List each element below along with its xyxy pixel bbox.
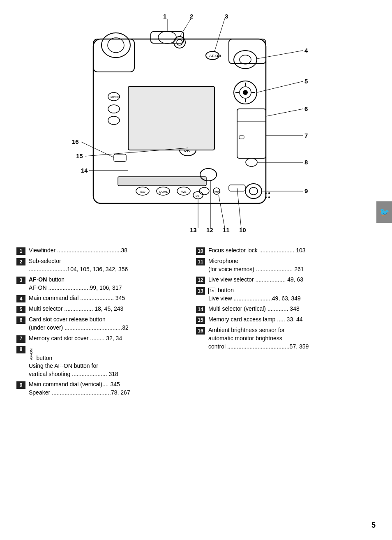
svg-text:9: 9	[304, 187, 308, 194]
part-number-10: 10	[196, 247, 205, 255]
part-text-3: AF-ON buttonAF-ON ......................…	[29, 276, 122, 292]
svg-point-43	[245, 184, 262, 198]
svg-point-42	[246, 158, 257, 166]
svg-rect-50	[114, 154, 126, 162]
svg-text:4: 4	[304, 47, 308, 54]
part-item-10: 10 Focus selector lock .................…	[196, 247, 376, 255]
page-container: 🐦	[0, 0, 392, 540]
svg-text:10: 10	[239, 226, 246, 233]
svg-point-3	[101, 33, 130, 58]
svg-text:QUAL: QUAL	[159, 190, 168, 194]
part-item-2: 2 Sub-selector........................10…	[16, 257, 196, 273]
svg-point-26	[108, 105, 120, 113]
right-col: 10 Focus selector lock .................…	[196, 247, 376, 399]
part-item-5: 5 Multi selector .................. 18, …	[16, 305, 196, 313]
part-item-11: 11 Microphone(for voice memos) .........…	[196, 257, 376, 273]
svg-text:ISO: ISO	[140, 190, 145, 194]
svg-text:8: 8	[304, 159, 308, 166]
part-text-9: Main command dial (vertical).... 345Spea…	[29, 381, 130, 397]
part-item-4: 4 Main command dial ....................…	[16, 294, 196, 302]
svg-line-83	[237, 188, 241, 228]
svg-point-11	[234, 51, 257, 69]
svg-point-6	[177, 39, 182, 45]
svg-line-62	[266, 109, 303, 116]
svg-text:16: 16	[72, 138, 79, 145]
part-item-14: 14 Multi selector (vertical) ...........…	[196, 305, 376, 313]
svg-point-45	[265, 192, 267, 194]
part-item-7: 7 Memory card slot cover ......... 32, 3…	[16, 335, 196, 343]
part-text-6: Card slot cover release button(under cov…	[29, 316, 129, 332]
camera-svg: AF-ON OK	[52, 14, 340, 236]
part-number-7: 7	[16, 335, 25, 343]
part-number-4: 4	[16, 295, 25, 302]
part-item-12: 12 Live view selector ..................…	[196, 276, 376, 284]
part-text-5: Multi selector .................. 18, 45…	[29, 305, 123, 313]
part-text-16: Ambient brightness sensor forautomatic m…	[208, 326, 309, 351]
svg-text:6: 6	[304, 105, 308, 112]
svg-point-47	[265, 196, 267, 198]
svg-line-54	[180, 18, 191, 37]
svg-rect-2	[229, 39, 266, 64]
part-item-1: 1 Viewfinder ...........................…	[16, 247, 196, 255]
svg-text:3: 3	[225, 14, 228, 20]
part-text-11: Microphone(for voice memos) ............…	[208, 257, 304, 273]
svg-text:7: 7	[304, 132, 308, 139]
part-number-6: 6	[16, 316, 25, 324]
svg-rect-7	[151, 32, 184, 43]
part-number-5: 5	[16, 306, 25, 313]
part-item-13: 13 Lv buttonLive view ..................…	[196, 286, 376, 302]
part-text-2: Sub-selector........................104,…	[29, 257, 128, 273]
svg-text:1: 1	[163, 14, 166, 20]
part-text-12: Live view selector ................... 4…	[208, 276, 303, 284]
page-number: 5	[371, 521, 376, 530]
svg-line-60	[257, 81, 303, 92]
part-item-15: 15 Memory card access lamp ..... 33, 44	[196, 316, 376, 324]
svg-text:AF-ON: AF-ON	[209, 54, 221, 58]
svg-rect-1	[93, 39, 134, 72]
part-number-2: 2	[16, 258, 25, 265]
svg-point-8	[158, 31, 176, 44]
part-text-1: Viewfinder .............................…	[29, 247, 127, 255]
part-text-13: Lv buttonLive view .....................…	[208, 286, 301, 302]
svg-text:15: 15	[76, 152, 83, 159]
svg-text:14: 14	[81, 167, 88, 174]
svg-rect-51	[239, 136, 244, 139]
svg-text:WB: WB	[181, 190, 187, 194]
svg-point-36	[200, 168, 217, 181]
part-item-16: 16 Ambient brightness sensor forautomati…	[196, 326, 376, 351]
svg-line-81	[219, 195, 225, 228]
part-text-7: Memory card slot cover ......... 32, 34	[29, 335, 122, 343]
svg-point-15	[243, 90, 248, 95]
part-text-4: Main command dial ..................... …	[29, 294, 125, 302]
part-text-15: Memory card access lamp ..... 33, 44	[208, 316, 303, 324]
diagram-area: AF-ON OK	[16, 8, 376, 242]
svg-point-12	[240, 55, 251, 64]
svg-point-48	[268, 196, 270, 198]
svg-text:12: 12	[206, 226, 213, 233]
svg-text:MIC: MIC	[214, 190, 221, 194]
svg-rect-35	[118, 177, 206, 186]
svg-text:MENU: MENU	[111, 95, 120, 99]
svg-rect-20	[237, 109, 266, 158]
svg-point-44	[249, 187, 258, 195]
part-number-1: 1	[16, 247, 25, 255]
part-number-13: 13	[196, 287, 205, 295]
part-item-9: 9 Main command dial (vertical).... 345Sp…	[16, 381, 196, 397]
svg-text:Lv: Lv	[196, 194, 199, 198]
tab-icon: 🐦	[379, 207, 390, 217]
svg-line-58	[257, 51, 303, 59]
part-text-14: Multi selector (vertical) ............. …	[208, 305, 300, 313]
part-number-11: 11	[196, 258, 205, 265]
svg-text:11: 11	[223, 226, 230, 233]
part-number-12: 12	[196, 277, 205, 284]
svg-point-49	[199, 187, 209, 195]
svg-rect-28	[128, 86, 214, 150]
svg-point-4	[108, 38, 124, 53]
left-col: 1 Viewfinder ...........................…	[16, 247, 196, 399]
part-item-3: 3 AF-ON buttonAF-ON ....................…	[16, 276, 196, 292]
parts-list: 1 Viewfinder ...........................…	[16, 247, 376, 399]
svg-point-46	[268, 192, 270, 194]
part-number-8: 8	[16, 346, 25, 353]
part-item-8: 8 AF-ON buttonUsing the AF-ON button for…	[16, 345, 196, 378]
svg-text:2: 2	[190, 14, 193, 20]
